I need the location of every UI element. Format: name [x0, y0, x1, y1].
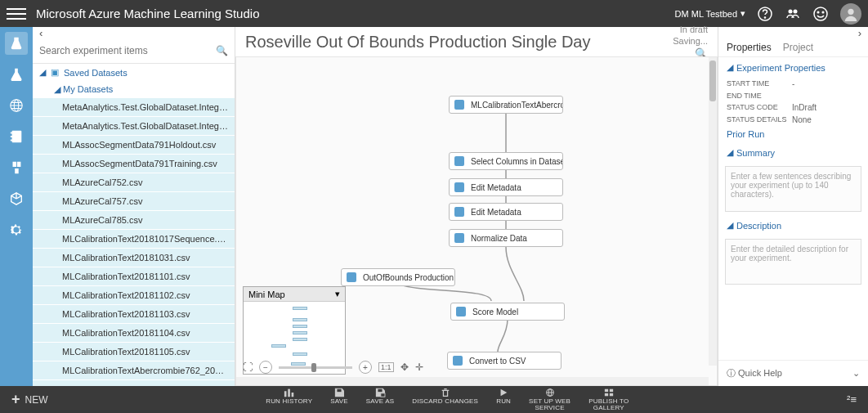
canvas-scroll-h[interactable] [236, 377, 709, 385]
smiley-icon[interactable] [812, 6, 829, 22]
node-edit-metadata-1[interactable]: Edit Metadata [449, 178, 563, 196]
canvas-area: Roseville Out Of Bounds Production Singl… [235, 27, 718, 386]
tree-item[interactable]: MLCalibrationTextAbercrombie762_20181023… [33, 361, 235, 380]
tree-item[interactable]: MLAssocSegmentData791Training.csv [33, 155, 235, 173]
tree-item[interactable]: MLCalibrationText20181031.csv [33, 249, 235, 267]
section-description[interactable]: ◢Description [718, 215, 868, 236]
zoom-in-button[interactable]: + [359, 361, 372, 374]
new-button[interactable]: +NEW [11, 391, 48, 408]
tree-item[interactable]: MLCalibrationText20181103.csv [33, 305, 235, 324]
menu-icon[interactable] [7, 4, 26, 24]
left-rail [0, 27, 33, 386]
status-code-value: InDraft [792, 103, 817, 112]
svg-point-7 [848, 8, 853, 14]
bottom-bar: +NEW RUN HISTORY SAVE SAVE AS DISCARD CH… [0, 386, 868, 413]
run-history-button[interactable]: RUN HISTORY [266, 388, 312, 411]
run-button[interactable]: RUN [496, 388, 511, 411]
caret-down-icon: ◢ [39, 67, 46, 78]
canvas-scroll-v[interactable] [709, 57, 717, 366]
node-convert-csv[interactable]: Convert to CSV [447, 352, 562, 370]
experiment-canvas[interactable]: MLCalibrationTextAbercrom... Select Colu… [235, 56, 718, 386]
rail-model-icon[interactable] [5, 187, 28, 210]
caret-down-icon: ◢ [727, 147, 733, 158]
move-icon[interactable]: ✛ [415, 361, 423, 373]
dataset-sidebar: ‹ 🔍 ◢ ▣ Saved Datasets ◢ My Datasets Met… [33, 27, 235, 386]
section-summary[interactable]: ◢Summary [718, 142, 868, 163]
svg-rect-13 [11, 140, 13, 141]
zoom-out-button[interactable]: − [259, 361, 272, 374]
tree-item[interactable]: MLAssocSegmentData791Holdout.csv [33, 136, 235, 155]
description-textarea[interactable]: Enter the detailed description for your … [725, 239, 861, 285]
tree-item[interactable]: MLCalibrationText20181017Sequence.csv [33, 230, 235, 249]
discard-button[interactable]: DISCARD CHANGES [412, 388, 478, 411]
section-experiment-props[interactable]: ◢Experiment Properties [718, 57, 868, 78]
chevron-down-icon[interactable]: ▾ [335, 289, 340, 299]
status-indicator-icon[interactable]: ²≡ [847, 393, 857, 406]
tab-properties[interactable]: Properties [727, 42, 772, 53]
node-model[interactable]: OutOfBounds Production M... [341, 268, 455, 286]
app-title: Microsoft Azure Machine Learning Studio [36, 7, 675, 20]
save-as-button[interactable]: SAVE AS [366, 388, 395, 411]
expand-panel-icon[interactable]: › [718, 27, 868, 38]
tree-item[interactable]: MLAzureCal752.csv [33, 173, 235, 192]
tree-group-saved-datasets[interactable]: ◢ ▣ Saved Datasets [33, 64, 235, 81]
caret-down-icon: ◢ [727, 220, 733, 231]
tree-item[interactable]: MLCalibrationText20181102.csv [33, 286, 235, 305]
tab-project[interactable]: Project [783, 42, 813, 53]
collapse-sidebar-icon[interactable]: ‹ [33, 27, 235, 38]
chevron-down-icon: ▾ [740, 8, 745, 19]
tree-item[interactable]: MLCalibrationText20181101.csv [33, 267, 235, 286]
tree-item[interactable]: MetaAnalytics.Test.GlobalDataset.Integer… [33, 117, 235, 136]
rail-experiments-icon[interactable] [5, 32, 28, 55]
publish-button[interactable]: PUBLISH TO GALLERY [588, 388, 629, 411]
experiment-title[interactable]: Roseville Out Of Bounds Production Singl… [245, 33, 673, 52]
web-service-button[interactable]: SET UP WEB SERVICE [529, 388, 570, 411]
zoom-controls: ⛶ − + 1:1 ✥ ✛ [243, 361, 423, 374]
start-time-label: START TIME [727, 79, 792, 88]
node-dataset[interactable]: MLCalibrationTextAbercrom... [449, 96, 563, 114]
prior-run-link[interactable]: Prior Run [718, 126, 868, 142]
tree-item[interactable]: MLCalibrationText20181104.csv [33, 324, 235, 343]
svg-rect-11 [11, 132, 13, 134]
tree-item[interactable]: MetaAnalytics.Test.GlobalDataset.Integer… [33, 98, 235, 117]
svg-point-6 [822, 11, 824, 13]
svg-point-2 [789, 9, 793, 13]
node-select-columns[interactable]: Select Columns in Dataset [449, 152, 563, 170]
fit-screen-icon[interactable]: ⛶ [243, 361, 253, 373]
search-icon[interactable]: 🔍 [216, 45, 228, 56]
rail-notebook-icon[interactable] [5, 125, 28, 148]
pan-icon[interactable]: ✥ [400, 361, 409, 373]
zoom-slider[interactable] [279, 366, 352, 369]
help-icon[interactable] [757, 6, 773, 22]
workspace-selector[interactable]: DM ML Testbed ▾ [675, 8, 745, 19]
save-button[interactable]: SAVE [330, 388, 348, 411]
tree-sub-my-datasets[interactable]: ◢ My Datasets [33, 81, 235, 98]
tree-item[interactable]: MLCalibrationTextAbercrombie791_20181201… [33, 380, 235, 386]
search-input[interactable] [39, 42, 216, 60]
caret-down-icon: ◢ [727, 62, 733, 73]
svg-rect-14 [284, 391, 287, 397]
svg-rect-18 [378, 389, 382, 392]
quick-help[interactable]: ⓘ Quick Help ⌄ [718, 360, 868, 386]
user-avatar[interactable] [840, 3, 861, 25]
summary-textarea[interactable]: Enter a few sentences describing your ex… [725, 166, 861, 212]
people-icon[interactable] [785, 6, 801, 22]
rail-settings-icon[interactable] [5, 218, 28, 241]
svg-rect-23 [610, 389, 613, 392]
svg-rect-15 [288, 389, 290, 397]
rail-globe-icon[interactable] [5, 94, 28, 117]
node-edit-metadata-2[interactable]: Edit Metadata [449, 203, 563, 221]
node-score-model[interactable]: Score Model [450, 303, 565, 321]
svg-rect-10 [12, 131, 22, 142]
svg-point-4 [814, 7, 827, 20]
tree-item[interactable]: MLCalibrationText20181105.csv [33, 343, 235, 361]
node-normalize-data[interactable]: Normalize Data [449, 229, 563, 247]
actual-size-icon[interactable]: 1:1 [378, 362, 394, 372]
tree-item[interactable]: MLAzureCal757.csv [33, 192, 235, 211]
svg-rect-12 [11, 136, 13, 137]
svg-point-1 [764, 16, 765, 17]
tree-item[interactable]: MLAzureCal785.csv [33, 211, 235, 230]
rail-datasets-icon[interactable] [5, 156, 28, 179]
workspace-name: DM ML Testbed [675, 9, 737, 19]
rail-flask-icon[interactable] [5, 63, 28, 86]
